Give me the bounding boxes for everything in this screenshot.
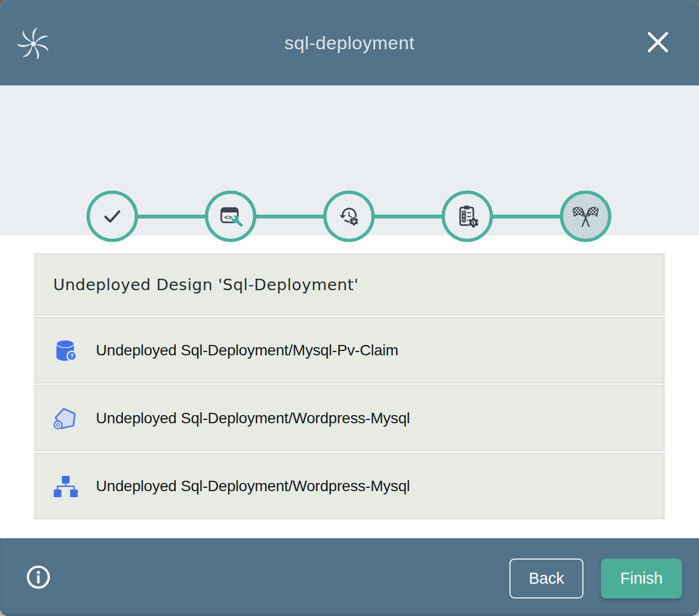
hierarchy-icon xyxy=(53,474,78,499)
step-circle-finish[interactable] xyxy=(560,191,611,242)
step-circle-identify-environments[interactable]: <> xyxy=(205,191,256,242)
checklist-gear-icon xyxy=(454,203,480,229)
step-circle-dry-run[interactable] xyxy=(323,191,375,242)
history-gear-icon xyxy=(336,203,362,229)
close-icon[interactable] xyxy=(646,31,669,54)
list-item-text: Undeployed Sql-Deployment/Wordpress-Mysq… xyxy=(96,410,410,427)
list-item: ? Undeployed Sql-Deployment/Mysql-Pv-Cla… xyxy=(35,317,664,383)
back-button[interactable]: Back xyxy=(509,559,583,598)
step-circle-finalize-deployment[interactable] xyxy=(442,191,493,242)
code-wrench-icon: <> xyxy=(217,203,244,229)
step-circle-validate-design[interactable] xyxy=(87,191,138,242)
check-icon xyxy=(100,204,125,229)
list-item-text: Undeployed Sql-Deployment/Wordpress-Mysq… xyxy=(96,477,410,495)
deployment-results-list: Undeployed Design 'Sql-Deployment' ? Und… xyxy=(35,254,664,519)
finish-button[interactable]: Finish xyxy=(601,559,682,598)
info-icon[interactable] xyxy=(25,564,51,590)
wizard-stepper: Validate Design <> Identify Environments xyxy=(0,85,699,235)
page-title: sql-deployment xyxy=(0,32,699,54)
list-item: Undeployed Sql-Deployment/Wordpress-Mysq… xyxy=(35,385,664,451)
checkered-flags-icon xyxy=(572,203,599,229)
svg-text:?: ? xyxy=(70,353,74,359)
database-icon: ? xyxy=(53,338,78,363)
dialog-header: sql-deployment xyxy=(0,0,699,85)
results-heading-row: Undeployed Design 'Sql-Deployment' xyxy=(35,254,664,315)
list-item-text: Undeployed Sql-Deployment/Mysql-Pv-Claim xyxy=(96,342,398,359)
results-heading: Undeployed Design 'Sql-Deployment' xyxy=(53,275,359,294)
deployment-wizard-dialog: sql-deployment Validate Design <> xyxy=(0,0,699,616)
dialog-footer: Back Finish xyxy=(0,538,699,616)
list-item: Undeployed Sql-Deployment/Wordpress-Mysq… xyxy=(35,453,664,519)
pentagon-icon xyxy=(53,406,78,431)
